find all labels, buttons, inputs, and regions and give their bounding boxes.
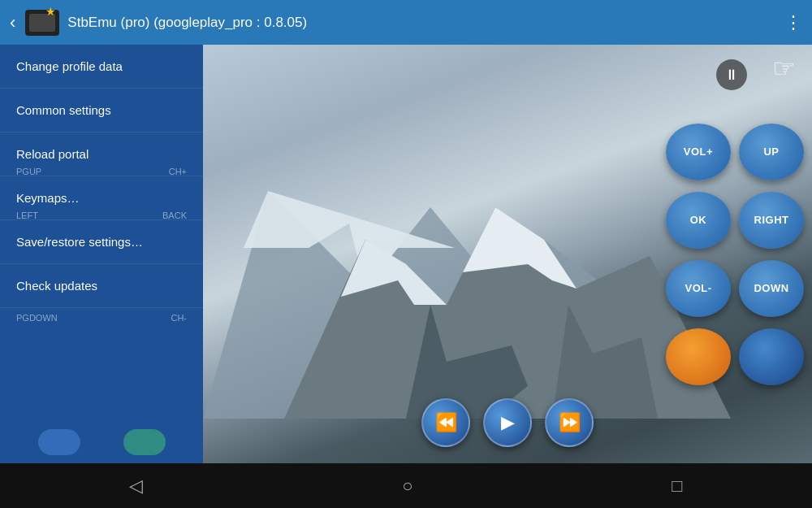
menu-button[interactable]: ⋮ <box>784 12 802 33</box>
sidebar-item-common-settings[interactable]: Common settings <box>0 89 203 132</box>
app-icon <box>25 10 59 36</box>
vol-plus-button[interactable]: VOL+ <box>666 124 731 180</box>
vol-minus-button[interactable]: VOL- <box>666 260 731 317</box>
ctrl-row-top: VOL+ UP <box>666 124 804 180</box>
orange-button[interactable] <box>666 328 731 385</box>
ctrl-row-color-buttons <box>666 328 804 385</box>
fastforward-icon: ⏩ <box>559 412 581 433</box>
top-bar: ‹ StbEmu (pro) (googleplay_pro : 0.8.05)… <box>0 0 812 45</box>
ctrl-row-bottom: VOL- DOWN <box>666 260 804 317</box>
keymap-hints-pgup: PGUP CH+ <box>0 165 203 176</box>
pgup-label: PGUP <box>16 167 41 176</box>
monitor-icon <box>29 14 55 32</box>
rewind-icon: ⏪ <box>435 412 457 433</box>
blue-button[interactable] <box>739 328 804 385</box>
video-content: ⏸ ☞ ⏪ ▶ ⏩ VOL+ UP <box>203 45 812 463</box>
ok-button[interactable]: OK <box>666 192 731 249</box>
sidebar-btn-right[interactable] <box>123 429 166 455</box>
sidebar: Change profile data Common settings Relo… <box>0 45 203 463</box>
right-control-panel: VOL+ UP OK RIGHT VOL- DOWN <box>658 45 812 463</box>
sidebar-bottom-buttons <box>0 421 203 463</box>
up-button[interactable]: UP <box>739 124 804 180</box>
sidebar-btn-left[interactable] <box>38 429 80 455</box>
ctrl-row-middle: OK RIGHT <box>666 192 804 249</box>
right-button[interactable]: RIGHT <box>739 192 804 249</box>
main-content: Change profile data Common settings Relo… <box>0 45 812 463</box>
keymap-hints-pgdown: PGDOWN CH- <box>0 311 203 323</box>
play-button[interactable]: ▶ <box>483 398 532 447</box>
chplus-label: CH+ <box>169 167 187 176</box>
sidebar-item-save-restore[interactable]: Save/restore settings… <box>0 220 203 264</box>
nav-home-button[interactable]: ○ <box>402 475 412 497</box>
keymap-hints-left: LEFT BACK <box>0 209 203 220</box>
sidebar-item-check-updates[interactable]: Check updates <box>0 264 203 308</box>
app-title: StbEmu (pro) (googleplay_pro : 0.8.05) <box>67 15 784 31</box>
fastforward-button[interactable]: ⏩ <box>545 398 594 447</box>
nav-recent-button[interactable]: □ <box>672 475 682 497</box>
pgdown-label: PGDOWN <box>16 313 58 323</box>
back-label: BACK <box>162 211 187 220</box>
rewind-button[interactable]: ⏪ <box>421 398 470 447</box>
back-button[interactable]: ‹ <box>10 12 15 33</box>
sidebar-item-change-profile[interactable]: Change profile data <box>0 45 203 89</box>
play-icon: ▶ <box>501 412 515 433</box>
nav-bar: ◁ ○ □ <box>0 463 812 508</box>
left-label: LEFT <box>16 211 38 220</box>
nav-back-button[interactable]: ◁ <box>129 475 143 497</box>
chminus-label: CH- <box>171 313 187 323</box>
down-button[interactable]: DOWN <box>739 260 804 317</box>
